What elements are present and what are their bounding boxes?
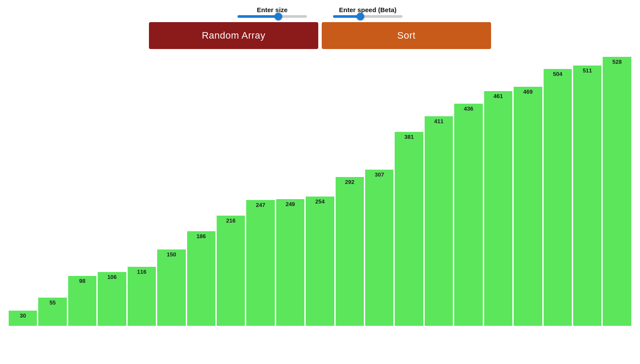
bar: 30 <box>9 311 37 326</box>
chart-area: 3055981061161501862162472492542923073814… <box>0 57 640 326</box>
bar: 106 <box>98 272 126 326</box>
bar-value-label: 216 <box>226 217 236 224</box>
bar: 55 <box>38 298 66 326</box>
bar-value-label: 30 <box>20 312 26 319</box>
bar-container: 30 <box>9 57 37 326</box>
speed-slider[interactable] <box>333 15 402 18</box>
bar-value-label: 150 <box>167 251 176 258</box>
bar-container: 511 <box>573 57 601 326</box>
bar-container: 436 <box>454 57 482 326</box>
bar-value-label: 504 <box>553 71 562 77</box>
bar: 116 <box>128 267 156 326</box>
bar-value-label: 254 <box>315 198 325 205</box>
bar-value-label: 106 <box>107 274 117 280</box>
bar-value-label: 381 <box>404 134 414 140</box>
bar-value-label: 98 <box>79 278 85 284</box>
bar: 307 <box>365 170 393 326</box>
bar: 469 <box>514 87 542 326</box>
bar-container: 186 <box>187 57 215 326</box>
bar-container: 528 <box>603 57 631 326</box>
bar-container: 106 <box>98 57 126 326</box>
bar-value-label: 307 <box>375 171 384 178</box>
bar: 381 <box>395 132 423 326</box>
bar: 411 <box>425 116 453 326</box>
bar: 528 <box>603 57 631 326</box>
bar: 186 <box>187 231 215 326</box>
bar: 98 <box>68 276 96 326</box>
bar: 247 <box>246 200 274 326</box>
size-slider-group: Enter size <box>238 6 307 18</box>
bar: 504 <box>544 69 572 326</box>
button-row: Random Array Sort <box>0 22 640 49</box>
size-slider[interactable] <box>238 15 307 18</box>
top-controls: Enter size Enter speed (Beta) <box>0 0 640 22</box>
bar-value-label: 249 <box>286 201 295 207</box>
bar-value-label: 411 <box>434 118 444 125</box>
bar-container: 411 <box>425 57 453 326</box>
bar-container: 504 <box>544 57 572 326</box>
bar-container: 216 <box>217 57 245 326</box>
bar: 249 <box>276 199 304 326</box>
bar: 254 <box>306 197 334 326</box>
bar: 511 <box>573 66 601 326</box>
bar-container: 381 <box>395 57 423 326</box>
bar-container: 254 <box>306 57 334 326</box>
bar-value-label: 247 <box>256 202 265 208</box>
bar-container: 98 <box>68 57 96 326</box>
bar-container: 150 <box>157 57 185 326</box>
bar-container: 55 <box>38 57 66 326</box>
bar-value-label: 511 <box>583 67 592 74</box>
bar-value-label: 461 <box>494 93 503 99</box>
bar-value-label: 292 <box>345 179 355 185</box>
speed-slider-group: Enter speed (Beta) <box>333 6 402 18</box>
random-array-button[interactable]: Random Array <box>149 22 318 49</box>
bar: 436 <box>454 104 482 326</box>
bar: 150 <box>157 249 185 326</box>
bar-value-label: 55 <box>49 299 56 306</box>
bar-value-label: 186 <box>196 233 206 239</box>
bar-container: 307 <box>365 57 393 326</box>
bar: 292 <box>336 177 364 326</box>
sort-button[interactable]: Sort <box>322 22 491 49</box>
bar-container: 116 <box>128 57 156 326</box>
bar-container: 249 <box>276 57 304 326</box>
bar-value-label: 116 <box>137 269 147 275</box>
bar-container: 469 <box>514 57 542 326</box>
bar: 461 <box>484 91 512 326</box>
bar-value-label: 528 <box>612 59 622 65</box>
bar-container: 461 <box>484 57 512 326</box>
bar-value-label: 469 <box>523 89 533 95</box>
bar: 216 <box>217 216 245 326</box>
bar-value-label: 436 <box>464 105 473 112</box>
bar-container: 292 <box>336 57 364 326</box>
bar-container: 247 <box>246 57 274 326</box>
